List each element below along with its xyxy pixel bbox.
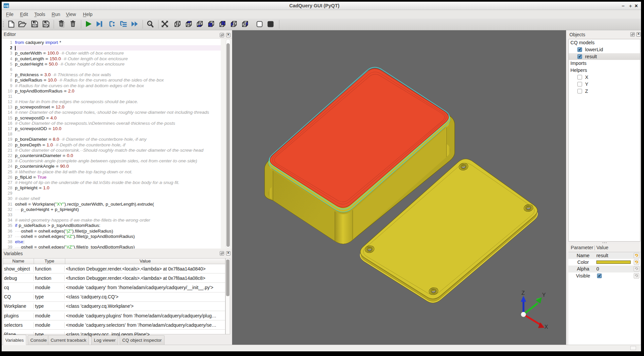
svg-text:Y: Y (542, 292, 546, 298)
svg-text:Z: Z (521, 290, 525, 296)
svg-text:X: X (544, 324, 548, 330)
